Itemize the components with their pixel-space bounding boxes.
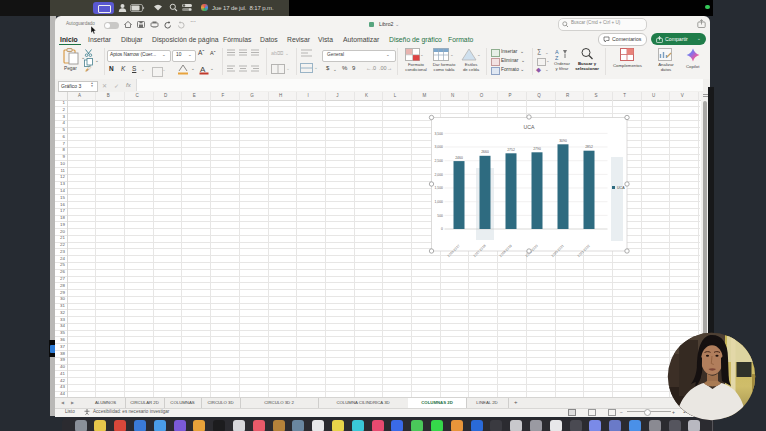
svg-text:1,500: 1,500 [435, 186, 444, 190]
svg-text:UCA: UCA [617, 186, 625, 190]
svg-text:Z: Z [555, 55, 559, 61]
svg-text:2,000: 2,000 [435, 173, 444, 177]
svg-text:2790: 2790 [533, 147, 541, 151]
svg-text:A: A [200, 65, 206, 74]
svg-text:3090: 3090 [559, 139, 567, 143]
svg-text:2460: 2460 [455, 156, 463, 160]
svg-text:3,500: 3,500 [435, 132, 444, 136]
svg-text:UCA: UCA [524, 124, 535, 130]
svg-text:1,000: 1,000 [435, 200, 444, 204]
svg-text:2,500: 2,500 [435, 159, 444, 163]
svg-text:2752: 2752 [507, 148, 515, 152]
svg-text:2660: 2660 [481, 150, 489, 154]
svg-text:3,000: 3,000 [435, 145, 444, 149]
svg-text:2852: 2852 [585, 145, 593, 149]
svg-text:0: 0 [441, 227, 443, 231]
svg-text:500: 500 [437, 214, 443, 218]
